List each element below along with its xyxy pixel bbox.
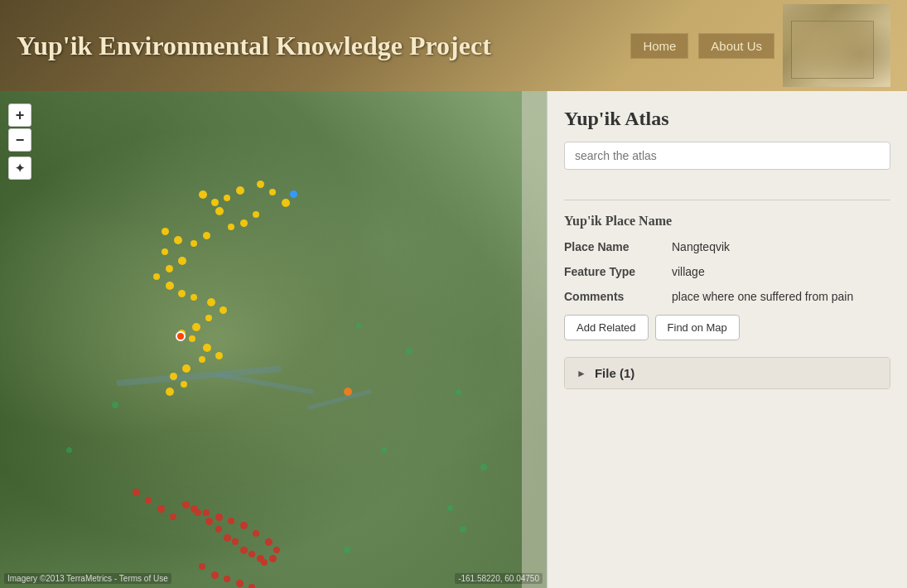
map-dot[interactable] <box>224 576 230 582</box>
map-dot[interactable] <box>170 373 177 380</box>
map-dot[interactable] <box>181 381 187 388</box>
map-dot[interactable] <box>253 530 259 537</box>
map-dot[interactable] <box>207 298 215 306</box>
feature-type-row: Feature Type village <box>564 265 890 278</box>
map-settings-button[interactable]: ✦ <box>8 157 31 180</box>
file-section-header[interactable]: ► File (1) <box>565 358 890 388</box>
map-dot[interactable] <box>205 315 212 321</box>
zoom-in-button[interactable]: + <box>8 104 31 127</box>
map-dot[interactable] <box>261 559 268 566</box>
map-dot[interactable] <box>269 555 277 562</box>
comments-value: place where one suffered from pain <box>672 290 890 303</box>
map-dot[interactable] <box>253 211 259 218</box>
map-dot[interactable] <box>406 348 412 354</box>
map-dot[interactable] <box>215 513 223 521</box>
map-dot[interactable] <box>215 352 223 359</box>
map-dot[interactable] <box>344 388 352 396</box>
map-dot[interactable] <box>66 447 72 453</box>
feature-type-value: village <box>672 265 890 278</box>
map-dot[interactable] <box>269 189 276 195</box>
nav: Home | About Us <box>630 33 774 59</box>
map-dot[interactable] <box>224 534 231 542</box>
map-dot[interactable] <box>166 265 173 272</box>
map-dot[interactable] <box>236 580 244 587</box>
action-buttons: Add Related Find on Map <box>564 315 890 340</box>
map-dot[interactable] <box>203 232 210 239</box>
map-dot[interactable] <box>248 584 255 588</box>
file-section: ► File (1) <box>564 357 890 389</box>
selected-map-dot[interactable] <box>176 331 186 341</box>
map-dot[interactable] <box>178 257 186 265</box>
atlas-title: Yup'ik Atlas <box>564 108 890 130</box>
nav-home-link[interactable]: Home <box>630 33 688 59</box>
map-dot[interactable] <box>191 294 197 301</box>
place-name-row: Place Name Nangteqvik <box>564 240 890 253</box>
map-dot[interactable] <box>240 547 248 554</box>
map-dot[interactable] <box>182 501 190 508</box>
map-dot[interactable] <box>220 306 227 314</box>
map-dot[interactable] <box>145 497 152 504</box>
map-dot[interactable] <box>189 335 195 342</box>
map-dot[interactable] <box>248 551 255 557</box>
map-dot[interactable] <box>153 273 160 280</box>
map-dot[interactable] <box>211 199 219 206</box>
map-dot[interactable] <box>203 509 210 516</box>
map-dot[interactable] <box>199 190 207 199</box>
map-dot[interactable] <box>211 571 219 579</box>
add-related-button[interactable]: Add Related <box>564 315 649 340</box>
map-right-overlay <box>522 91 547 588</box>
page-title: Yup'ik Environmental Knowledge Project <box>17 31 630 61</box>
map-dot[interactable] <box>157 505 165 513</box>
map-area[interactable]: + − ✦ <box>0 91 547 588</box>
map-controls: + − ✦ <box>8 104 31 180</box>
map-terrain-overlay <box>0 91 547 588</box>
map-dot[interactable] <box>232 538 239 545</box>
atlas-search-input[interactable] <box>564 142 890 170</box>
map-dot[interactable] <box>215 207 224 215</box>
map-dot[interactable] <box>166 388 174 396</box>
map-dot[interactable] <box>182 364 191 373</box>
map-dot[interactable] <box>192 323 200 331</box>
map-dot[interactable] <box>191 505 198 513</box>
map-dot[interactable] <box>199 356 205 363</box>
map-dot[interactable] <box>228 224 234 230</box>
map-dot[interactable] <box>290 190 297 198</box>
map-dot[interactable] <box>215 526 222 533</box>
map-dot[interactable] <box>178 290 186 297</box>
map-dot[interactable] <box>480 464 487 470</box>
zoom-out-button[interactable]: − <box>8 128 31 152</box>
nav-about-link[interactable]: About Us <box>698 33 774 59</box>
map-dot[interactable] <box>228 518 234 524</box>
map-dot[interactable] <box>356 323 362 329</box>
map-dot[interactable] <box>174 236 182 244</box>
map-dot[interactable] <box>236 186 244 195</box>
map-dot[interactable] <box>112 402 118 408</box>
place-info-title: Yup'ik Place Name <box>564 214 890 229</box>
map-dot[interactable] <box>162 228 169 235</box>
map-dot[interactable] <box>257 181 264 188</box>
map-dot[interactable] <box>460 526 466 533</box>
map-dot[interactable] <box>240 522 248 529</box>
map-dot[interactable] <box>344 547 350 553</box>
map-dot[interactable] <box>456 389 461 395</box>
map-dot[interactable] <box>166 282 174 290</box>
place-info-section: Yup'ik Place Name Place Name Nangteqvik … <box>564 214 890 303</box>
map-dot[interactable] <box>273 547 280 553</box>
map-dot[interactable] <box>199 563 205 570</box>
place-name-value: Nangteqvik <box>672 240 890 253</box>
map-dot[interactable] <box>191 240 197 247</box>
map-dot[interactable] <box>224 195 230 201</box>
map-dot[interactable] <box>381 447 387 453</box>
map-dot[interactable] <box>205 518 213 525</box>
main-content: + − ✦ <box>0 91 907 588</box>
map-dot[interactable] <box>162 248 168 255</box>
map-dot[interactable] <box>203 344 211 352</box>
map-coordinates: -161.58220, 60.04750 <box>455 573 543 584</box>
map-dot[interactable] <box>265 538 273 546</box>
map-dot[interactable] <box>170 513 176 520</box>
find-on-map-button[interactable]: Find on Map <box>655 315 740 340</box>
map-dot[interactable] <box>240 219 248 227</box>
map-dot[interactable] <box>133 489 140 496</box>
map-dot[interactable] <box>282 199 290 207</box>
map-dot[interactable] <box>447 505 453 511</box>
